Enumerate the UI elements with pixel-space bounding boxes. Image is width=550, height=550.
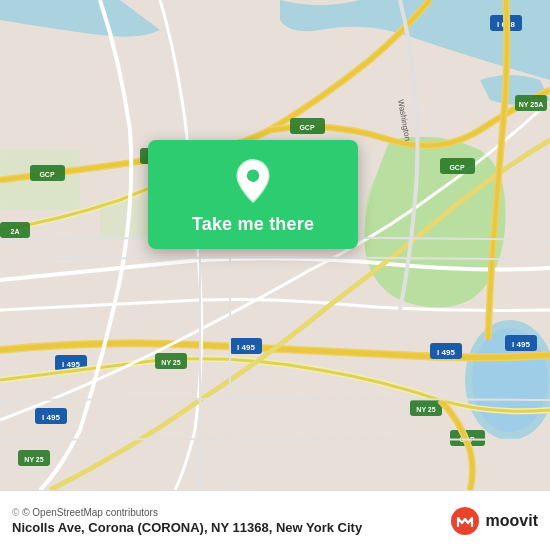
svg-text:GCP: GCP	[299, 124, 315, 131]
svg-text:GCP: GCP	[449, 164, 465, 171]
moovit-logo: moovit	[450, 506, 538, 536]
svg-point-41	[451, 507, 479, 535]
svg-text:I 495: I 495	[237, 343, 255, 352]
osm-credit: © © OpenStreetMap contributors	[12, 507, 362, 518]
svg-text:NY 25: NY 25	[24, 456, 43, 463]
svg-text:I 495: I 495	[437, 348, 455, 357]
svg-text:NY 25A: NY 25A	[519, 101, 543, 108]
address-text: Nicolls Ave, Corona (CORONA), NY 11368, …	[12, 520, 362, 535]
svg-text:GCP: GCP	[39, 171, 55, 178]
bottom-bar: © © OpenStreetMap contributors Nicolls A…	[0, 490, 550, 550]
svg-text:I 495: I 495	[512, 340, 530, 349]
map-container: I 495 I 495 I 495 GCP GCP GCP 2A NY 25 N…	[0, 0, 550, 490]
moovit-text: moovit	[486, 512, 538, 530]
svg-point-40	[247, 170, 259, 182]
svg-text:NY 25: NY 25	[416, 406, 435, 413]
moovit-icon	[450, 506, 480, 536]
cta-card[interactable]: Take me there	[148, 140, 358, 249]
svg-text:NY 25: NY 25	[161, 359, 180, 366]
svg-text:I 495: I 495	[42, 413, 60, 422]
location-pin-icon	[230, 158, 276, 204]
bottom-left: © © OpenStreetMap contributors Nicolls A…	[12, 507, 362, 535]
osm-credit-text: © OpenStreetMap contributors	[22, 507, 158, 518]
cta-label: Take me there	[192, 214, 314, 235]
svg-text:2A: 2A	[11, 228, 20, 235]
